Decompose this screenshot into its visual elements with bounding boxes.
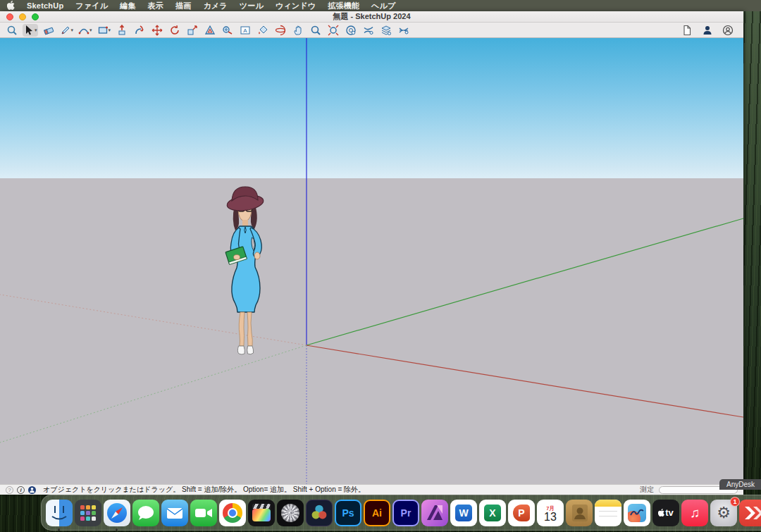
- menu-描画[interactable]: 描画: [175, 0, 191, 11]
- tool-search[interactable]: [5, 24, 19, 37]
- account-button[interactable]: [722, 24, 734, 37]
- tool-sandbox-from-contours[interactable]: [361, 24, 376, 37]
- title-bar[interactable]: 無題 - SketchUp 2024: [0, 11, 743, 23]
- dock-chrome[interactable]: [219, 500, 246, 526]
- chevron-down-icon[interactable]: ▾: [89, 27, 92, 33]
- tool-sandbox-from-scratch[interactable]: [379, 24, 393, 37]
- tool-text[interactable]: A: [238, 24, 252, 37]
- settings-badge: 1: [730, 497, 740, 507]
- dock-compressor[interactable]: [277, 500, 304, 526]
- menu-SketchUp[interactable]: SketchUp: [27, 0, 63, 11]
- dock-facetime[interactable]: [190, 500, 217, 526]
- chevron-down-icon[interactable]: ▾: [35, 27, 37, 33]
- dock-contacts[interactable]: [566, 500, 593, 526]
- viewport-canvas[interactable]: [0, 38, 743, 484]
- menu-表示[interactable]: 表示: [148, 0, 163, 11]
- menu-ウィンドウ[interactable]: ウィンドウ: [276, 0, 316, 11]
- tool-sandbox-smoove[interactable]: [397, 24, 411, 37]
- premiere-pro-icon: Pr: [392, 500, 419, 526]
- dock-safari[interactable]: [104, 500, 130, 526]
- tool-geo-location[interactable]: [344, 24, 358, 37]
- running-indicator: [116, 528, 118, 531]
- chevron-down-icon[interactable]: ▾: [71, 27, 74, 33]
- tool-pan[interactable]: [291, 24, 305, 37]
- dock-affinity[interactable]: [421, 500, 448, 526]
- dock-music[interactable]: ♫: [681, 500, 708, 526]
- tool-push-pull[interactable]: [115, 24, 129, 37]
- menu-編集[interactable]: 編集: [120, 0, 135, 11]
- tool-zoom-extents[interactable]: [326, 24, 340, 37]
- select-icon: [23, 25, 35, 36]
- move-icon: [151, 25, 163, 36]
- dock-system-settings[interactable]: ⚙ 1: [710, 500, 737, 526]
- document-button[interactable]: [681, 24, 693, 37]
- anydesk-icon: [739, 500, 761, 526]
- calendar-icon: 7月 13: [537, 500, 564, 526]
- scale-figure-person[interactable]: [214, 184, 278, 359]
- dock-notes[interactable]: [595, 500, 621, 526]
- photoshop-label: Ps: [342, 507, 354, 519]
- dock-word[interactable]: W: [450, 500, 477, 526]
- dock-calendar[interactable]: 7月 13: [537, 500, 564, 526]
- window-title: 無題 - SketchUp 2024: [0, 11, 743, 22]
- illustrator-label: Ai: [372, 507, 382, 519]
- safari-icon: [104, 500, 130, 526]
- dock-illustrator[interactable]: Ai: [364, 500, 390, 526]
- anydesk-tooltip: AnyDesk: [719, 479, 761, 490]
- running-indicator: [58, 528, 60, 531]
- tool-tape-measure[interactable]: [221, 24, 235, 37]
- dock-finder[interactable]: [46, 500, 73, 526]
- dock-davinci-resolve[interactable]: [306, 500, 333, 526]
- tool-select[interactable]: ▾: [23, 24, 38, 37]
- dock-apple-tv[interactable]: tv: [652, 500, 679, 526]
- dock-mail[interactable]: [161, 500, 188, 526]
- tool-move[interactable]: [150, 24, 164, 37]
- calendar-day: 13: [544, 512, 557, 523]
- toolbar-right: [681, 24, 738, 37]
- apple-menu-icon[interactable]: [7, 1, 15, 10]
- toolbar-tools: ▾▾▾▾A: [5, 24, 411, 37]
- tool-offset[interactable]: [203, 24, 217, 37]
- dock-messages[interactable]: [132, 500, 159, 526]
- tool-orbit[interactable]: [273, 24, 287, 37]
- menu-ヘルプ[interactable]: ヘルプ: [371, 0, 395, 11]
- line-icon: [60, 25, 71, 36]
- apple-tv-icon: tv: [652, 500, 679, 526]
- dock-whiteboard[interactable]: [624, 500, 650, 526]
- sign-in-button[interactable]: [701, 24, 714, 37]
- info-icon[interactable]: i: [17, 486, 25, 494]
- tool-scale[interactable]: [185, 24, 199, 37]
- mail-icon: [161, 500, 188, 526]
- tool-zoom[interactable]: [309, 24, 323, 37]
- tool-arc[interactable]: ▾: [78, 24, 93, 37]
- dock-launchpad[interactable]: [75, 500, 101, 526]
- dock-anydesk[interactable]: [739, 500, 761, 526]
- tool-eraser[interactable]: [42, 24, 56, 37]
- instructor-icon[interactable]: [28, 486, 36, 494]
- tool-rotate[interactable]: [168, 24, 182, 37]
- tape-measure-icon: [222, 25, 233, 36]
- word-label: W: [455, 505, 472, 521]
- follow-me-icon: [134, 25, 145, 36]
- menu-カメラ[interactable]: カメラ: [203, 0, 227, 11]
- toolbar: ▾▾▾▾A: [0, 23, 743, 38]
- tool-paint-bucket[interactable]: [256, 24, 270, 37]
- dock-powerpoint[interactable]: P: [508, 500, 535, 526]
- dock-excel[interactable]: X: [479, 500, 506, 526]
- dock-premiere-pro[interactable]: Pr: [392, 500, 419, 526]
- sandbox-from-contours-icon: [363, 25, 374, 36]
- help-icon[interactable]: ?: [6, 486, 13, 494]
- menu-ファイル[interactable]: ファイル: [75, 0, 108, 11]
- powerpoint-label: P: [513, 505, 530, 521]
- tool-rectangle[interactable]: ▾: [97, 24, 112, 37]
- music-note-glyph: ♫: [690, 505, 700, 521]
- dock-photoshop[interactable]: Ps: [335, 500, 361, 526]
- chevron-down-icon[interactable]: ▾: [109, 27, 111, 33]
- tool-follow-me[interactable]: [132, 24, 147, 37]
- dock: Ps Ai Pr W X: [41, 495, 761, 531]
- tool-line[interactable]: ▾: [59, 24, 75, 37]
- dock-final-cut-pro[interactable]: [248, 500, 275, 526]
- zoom-icon: [310, 25, 321, 36]
- menu-拡張機能[interactable]: 拡張機能: [328, 0, 359, 11]
- menu-ツール[interactable]: ツール: [240, 0, 264, 11]
